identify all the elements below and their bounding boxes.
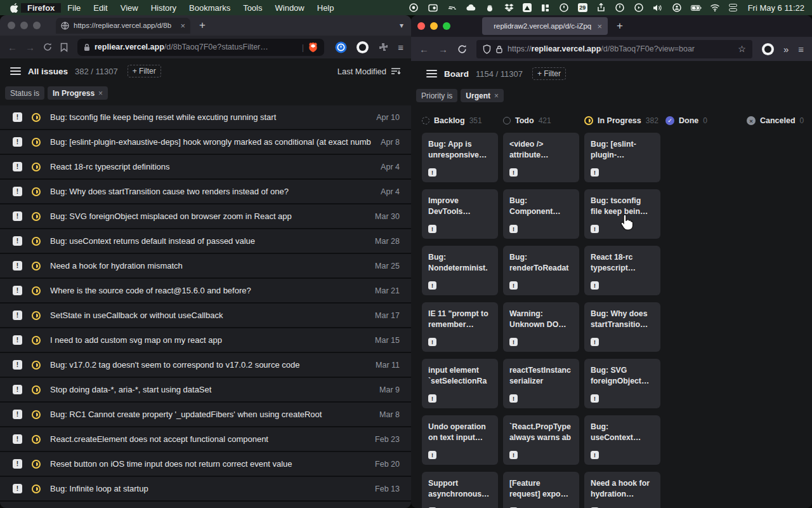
issue-row[interactable]: !Need a hook for hydration mismatchMar 2…: [0, 254, 411, 277]
issue-row[interactable]: !React 18-rc typescript definitionsApr 4: [0, 155, 411, 178]
rectangles-icon[interactable]: [540, 3, 551, 13]
brave-shield-icon[interactable]: [308, 42, 318, 53]
bookmark-star-icon[interactable]: ☆: [738, 44, 746, 54]
issue-row[interactable]: !Bug: RC1 Cannot create property '_updat…: [0, 403, 411, 426]
browser-menu-icon[interactable]: ≡: [798, 44, 804, 55]
sort-label[interactable]: Last Modified: [337, 67, 386, 76]
issue-row[interactable]: !Reset button on iOS time input does not…: [0, 452, 411, 476]
issue-card[interactable]: `React.PropType always warns ab!: [503, 415, 579, 465]
alarm-icon[interactable]: [672, 3, 683, 13]
minimize-window-button[interactable]: [20, 22, 28, 29]
issue-card[interactable]: Warning: Unknown DO…!: [503, 302, 579, 352]
browser-tab[interactable]: https://repliear.vercel.app/d/8b ×: [56, 18, 190, 34]
new-tab-button[interactable]: +: [617, 20, 623, 32]
issue-card[interactable]: input element `setSelectionRa!: [422, 359, 498, 408]
remove-filter-icon[interactable]: ×: [98, 89, 103, 98]
issue-row[interactable]: !React.createElement does not accept fun…: [0, 427, 411, 451]
menu-history[interactable]: History: [145, 3, 183, 13]
issue-row[interactable]: !Bug: v17.0.2 tag doesn't seem to corres…: [0, 353, 411, 377]
zoom-window-button[interactable]: [33, 22, 41, 29]
onepassword-extension-icon[interactable]: [335, 41, 347, 53]
homebrew-icon[interactable]: [485, 3, 495, 13]
issue-row[interactable]: !SetState in useCallback or without useC…: [0, 304, 411, 327]
issue-card[interactable]: Support asynchronous…!: [422, 472, 498, 508]
issue-card[interactable]: IE 11 "prompt to remember…!: [422, 302, 498, 352]
remove-filter-icon[interactable]: ×: [494, 91, 499, 100]
add-filter-button[interactable]: + Filter: [128, 65, 161, 77]
tab-close-icon[interactable]: ×: [597, 22, 602, 31]
issue-row[interactable]: !Bug: Infinite loop at startupFeb 13: [0, 477, 411, 500]
sort-icon[interactable]: [391, 67, 401, 75]
menu-bookmarks[interactable]: Bookmarks: [183, 3, 237, 13]
wifi-icon[interactable]: [710, 3, 721, 13]
issue-row[interactable]: !Bug: tsconfig file keep being reset whi…: [0, 105, 411, 129]
menu-file[interactable]: File: [61, 3, 87, 13]
issue-card[interactable]: Need a hook for hydration…!: [584, 472, 660, 508]
apple-icon[interactable]: [10, 3, 18, 13]
issue-row[interactable]: !Bug: [eslint-plugin-exhaustive-deps] ho…: [0, 130, 411, 154]
sidebar-menu-icon[interactable]: [426, 70, 437, 77]
issue-row[interactable]: !Stop doing data-*, aria-*, start using …: [0, 378, 411, 401]
close-window-button[interactable]: [417, 22, 425, 30]
reload-button[interactable]: [43, 43, 52, 51]
overflow-menu-icon[interactable]: »: [783, 44, 789, 55]
play-icon[interactable]: [634, 3, 645, 13]
browser-tab[interactable]: replidraw2.vercel.app/d/c-iZpq ×: [482, 17, 608, 35]
reload-button[interactable]: [457, 44, 467, 54]
browser-menu-icon[interactable]: ≡: [398, 42, 403, 53]
battery-icon[interactable]: [691, 3, 702, 13]
back-button[interactable]: ←: [419, 44, 429, 55]
issue-row[interactable]: !Bug: Why does startTransition cause two…: [0, 180, 411, 203]
issue-row[interactable]: ![DevTools Bug] Unsupported Bridge opera…: [0, 502, 411, 508]
minimize-window-button[interactable]: [430, 22, 438, 30]
issue-card[interactable]: Bug: Why does startTransitio…!: [584, 302, 660, 352]
address-bar[interactable]: repliear.vercel.app/d/8bTaoq7F0e?statusF…: [77, 39, 324, 56]
close-window-button[interactable]: [8, 22, 15, 29]
add-filter-button[interactable]: + Filter: [532, 67, 566, 80]
control-center-icon[interactable]: [729, 4, 737, 12]
forward-button[interactable]: →: [438, 44, 448, 55]
calendar-icon[interactable]: 29: [578, 3, 587, 12]
list-tabs-chevron-icon[interactable]: ▾: [400, 21, 403, 30]
cloud-icon[interactable]: [466, 3, 476, 13]
vercel-icon[interactable]: [523, 3, 532, 12]
address-bar[interactable]: https://repliear.vercel.app/d/8bTaoq7F0e…: [476, 40, 752, 58]
issue-card[interactable]: React 18-rc typescript…!: [584, 246, 660, 295]
bookmark-icon[interactable]: [60, 43, 68, 52]
zoom-window-button[interactable]: [443, 22, 450, 30]
menu-view[interactable]: View: [114, 3, 145, 13]
issue-card[interactable]: Bug: Component…!: [503, 189, 579, 239]
issue-card[interactable]: Bug: Nondeterminist.!: [422, 246, 498, 295]
github-extension-icon[interactable]: [762, 43, 774, 55]
camera-icon[interactable]: [428, 3, 438, 13]
github-extension-icon[interactable]: [357, 41, 369, 53]
issue-card[interactable]: Bug: SVG foreignObject…!: [584, 359, 660, 408]
issue-card[interactable]: [Feature request] expo…!: [503, 472, 579, 508]
new-tab-button[interactable]: +: [199, 19, 206, 32]
menu-firefox[interactable]: Firefox: [21, 3, 61, 13]
extensions-puzzle-icon[interactable]: [378, 42, 388, 52]
issue-card[interactable]: Bug: [eslint- plugin-…!: [584, 133, 660, 182]
issue-card[interactable]: Bug: renderToReadat!: [503, 246, 579, 295]
back-button[interactable]: ←: [8, 42, 17, 53]
lock-icon[interactable]: [496, 45, 502, 53]
record-icon[interactable]: [409, 3, 419, 13]
tab-close-icon[interactable]: ×: [180, 21, 185, 30]
power-icon[interactable]: [615, 3, 625, 13]
dropbox-icon[interactable]: [504, 3, 514, 13]
issue-row[interactable]: !I need to add custom svg map on my reac…: [0, 328, 411, 352]
onepassword-icon[interactable]: [559, 3, 570, 13]
forward-button[interactable]: →: [25, 42, 35, 53]
issue-row[interactable]: !Bug: useContext returns default instead…: [0, 229, 411, 253]
docker-icon[interactable]: [447, 3, 457, 13]
issue-card[interactable]: reactTestInstanc serializer!: [503, 359, 579, 408]
menu-bar-clock[interactable]: Fri May 6 11:22: [748, 3, 804, 13]
menu-edit[interactable]: Edit: [87, 3, 114, 13]
shield-icon[interactable]: [483, 44, 491, 54]
menu-window[interactable]: Window: [269, 3, 311, 13]
menu-tools[interactable]: Tools: [237, 3, 268, 13]
issue-card[interactable]: Bug: useContext…!: [584, 415, 660, 465]
sidebar-menu-icon[interactable]: [10, 67, 21, 75]
share-icon[interactable]: [596, 3, 606, 13]
issue-card[interactable]: Improve DevTools…!: [422, 189, 498, 239]
